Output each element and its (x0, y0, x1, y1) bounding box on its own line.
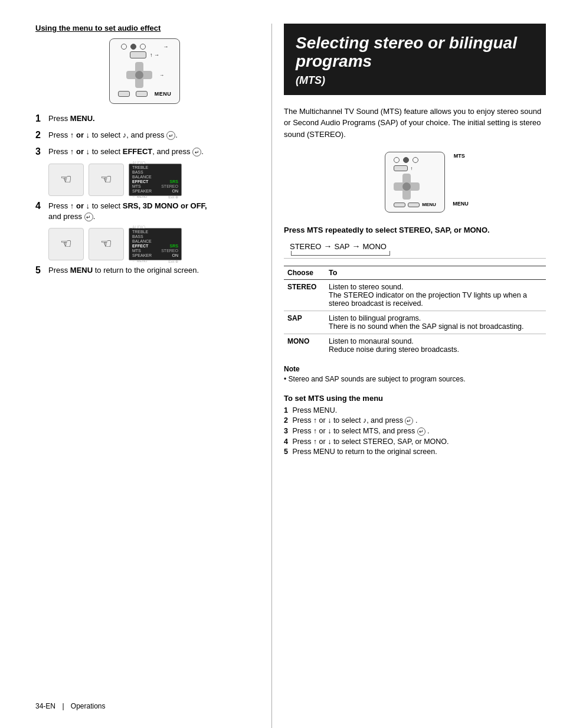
flow-arrow-1: → (323, 241, 332, 251)
hand-icon-3a: ☜ (48, 164, 84, 196)
step-text-3: Press ↑ or ↓ to select EFFECT, and press… (48, 146, 204, 157)
flow-item-stereo: STEREO (290, 242, 321, 251)
page: Using the menu to set audio effect → ↑ → (0, 0, 563, 728)
table-row: STEREO Listen to stereo sound.The STEREO… (284, 280, 546, 311)
table-cell-choose-mono: MONO (284, 334, 325, 357)
step-text-5: Press MENU to return to the original scr… (48, 265, 199, 276)
flow-top: STEREO → SAP → MONO (290, 241, 390, 251)
remote-diagram-left: → ↑ → → MENU (35, 38, 254, 104)
right-header-subtitle: (MTS) (296, 74, 534, 87)
note-title: Note (284, 365, 546, 373)
menu-screenshot-3: AUDIO TREBLE BASS BALANCE EFFECTSRS MTSS… (129, 164, 182, 196)
mts-step-5: 5 Press MENU to return to the original s… (284, 448, 546, 456)
step-num-3: 3 (35, 146, 48, 157)
step-3-images: ☜ ☜ AUDIO TREBLE BASS BALANCE EFFECTSRS … (48, 164, 254, 196)
step-num-4: 4 (35, 201, 48, 211)
mts-step-text-4: Press ↑ or ↓ to select STEREO, SAP, or M… (292, 438, 449, 446)
hand-icon-4a: ☜ (48, 228, 84, 260)
choose-table: Choose To STEREO Listen to stereo sound.… (284, 266, 546, 357)
table-cell-choose-sap: SAP (284, 311, 325, 334)
mts-step-text-3: Press ↑ or ↓ to select MTS, and press ↵ … (292, 427, 429, 435)
mts-step-num-4: 4 (284, 438, 288, 446)
note-section: Note Stereo and SAP sounds are subject t… (284, 365, 546, 383)
mts-step-2: 2 Press ↑ or ↓ to select ♪, and press ↵ … (284, 416, 546, 425)
mts-step-text-5: Press MENU to return to the original scr… (292, 448, 437, 456)
table-row: SAP Listen to bilingual programs.There i… (284, 311, 546, 334)
flow-item-sap: SAP (334, 242, 349, 251)
table-header-to: To (325, 266, 546, 280)
press-mts-label: Press MTS repeatedly to select STEREO, S… (284, 226, 546, 234)
flow-return-line (291, 251, 390, 256)
mts-step-num-2: 2 (284, 416, 288, 425)
mts-step-3: 3 Press ↑ or ↓ to select MTS, and press … (284, 427, 546, 436)
hand-icon-4b: ☜ (89, 228, 124, 260)
flow-item-mono: MONO (362, 242, 386, 251)
table-row: MONO Listen to monaural sound.Reduce noi… (284, 334, 546, 357)
mts-step-num-3: 3 (284, 427, 288, 435)
page-suffix: -EN (43, 702, 55, 710)
table-header-row: Choose To (284, 266, 546, 280)
step-2: 2 Press ↑ or ↓ to select ♪, and press ↵. (35, 130, 254, 141)
mts-remote-diagram: ↑ MENU MTS (284, 147, 546, 217)
step-text-4: Press ↑ or ↓ to select SRS, 3D MONO or O… (48, 201, 207, 222)
right-header-title: Selecting stereo or bilingual programs (296, 34, 534, 71)
flow-arrow-2: → (352, 241, 360, 251)
page-bottom: 34-EN | Operations (35, 702, 106, 710)
table-header-choose: Choose (284, 266, 325, 280)
hand-icon-3b: ☜ (89, 164, 124, 196)
mts-step-num-1: 1 (284, 406, 288, 414)
table-cell-to-sap: Listen to bilingual programs.There is no… (325, 311, 546, 334)
step-3: 3 Press ↑ or ↓ to select EFFECT, and pre… (35, 146, 254, 157)
step-text-1: Press MENU. (48, 113, 95, 124)
step-5: 5 Press MENU to return to the original s… (35, 265, 254, 276)
mts-step-num-5: 5 (284, 448, 288, 456)
table-cell-to-mono: Listen to monaural sound.Reduce noise du… (325, 334, 546, 357)
right-column: Selecting stereo or bilingual programs (… (272, 24, 563, 728)
menu-screenshot-4: AUDIO TREBLE BASS BALANCE EFFECTSRS MTSS… (129, 228, 182, 260)
mts-step-text-1: Press MENU. (292, 406, 337, 414)
note-item-1: Stereo and SAP sounds are subject to pro… (284, 375, 546, 383)
step-text-2: Press ↑ or ↓ to select ♪, and press ↵. (48, 130, 178, 141)
mts-menu-steps: 1 Press MENU. 2 Press ↑ or ↓ to select ♪… (284, 406, 546, 456)
step-num-1: 1 (35, 113, 48, 124)
menu-label-right: MENU (453, 201, 469, 207)
mts-label: MTS (454, 153, 465, 159)
flow-diagram: STEREO → SAP → MONO (284, 239, 546, 259)
mts-step-text-2: Press ↑ or ↓ to select ♪, and press ↵ . (292, 416, 417, 425)
left-column: Using the menu to set audio effect → ↑ → (0, 24, 271, 728)
mts-step-4: 4 Press ↑ or ↓ to select STEREO, SAP, or… (284, 438, 546, 446)
step-4-images: ☜ ☜ AUDIO TREBLE BASS BALANCE EFFECTSRS … (48, 228, 254, 260)
table-cell-to-stereo: Listen to stereo sound.The STEREO indica… (325, 280, 546, 311)
page-number: 34 (35, 702, 43, 710)
step-4: 4 Press ↑ or ↓ to select SRS, 3D MONO or… (35, 201, 254, 222)
step-num-5: 5 (35, 265, 48, 276)
step-1: 1 Press MENU. (35, 113, 254, 124)
intro-text: The Multichannel TV Sound (MTS) feature … (284, 106, 546, 141)
sub-section-title: To set MTS using the menu (284, 394, 546, 403)
left-section-title: Using the menu to set audio effect (35, 24, 254, 32)
table-cell-choose-stereo: STEREO (284, 280, 325, 311)
mts-step-1: 1 Press MENU. (284, 406, 546, 414)
right-header: Selecting stereo or bilingual programs (… (284, 24, 546, 95)
page-section: Operations (71, 702, 106, 710)
step-num-2: 2 (35, 130, 48, 141)
